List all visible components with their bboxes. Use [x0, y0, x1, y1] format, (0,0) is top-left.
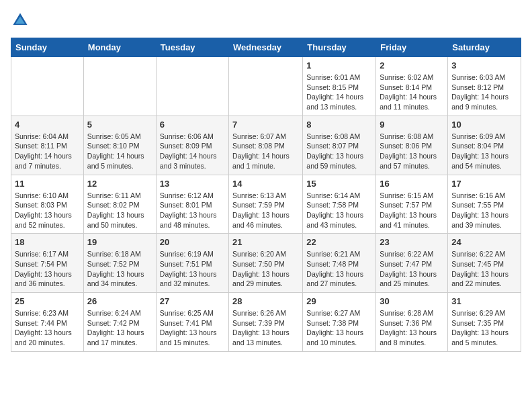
day-info: Sunrise: 6:05 AM Sunset: 8:10 PM Dayligh…	[87, 132, 152, 171]
day-number: 12	[87, 179, 152, 189]
day-number: 17	[451, 179, 517, 189]
calendar-cell: 4Sunrise: 6:04 AM Sunset: 8:11 PM Daylig…	[11, 116, 84, 175]
day-number: 20	[160, 237, 225, 247]
calendar-cell: 5Sunrise: 6:05 AM Sunset: 8:10 PM Daylig…	[83, 116, 156, 175]
calendar-cell: 25Sunrise: 6:23 AM Sunset: 7:44 PM Dayli…	[11, 293, 84, 352]
calendar-cell: 24Sunrise: 6:22 AM Sunset: 7:45 PM Dayli…	[448, 234, 521, 293]
calendar-header-tuesday: Tuesday	[156, 38, 228, 57]
day-number: 29	[306, 296, 372, 306]
day-number: 13	[160, 179, 225, 189]
day-info: Sunrise: 6:20 AM Sunset: 7:50 PM Dayligh…	[232, 249, 299, 289]
calendar-cell: 20Sunrise: 6:19 AM Sunset: 7:51 PM Dayli…	[156, 234, 228, 293]
day-number: 30	[380, 296, 444, 306]
calendar-header-friday: Friday	[376, 38, 448, 57]
calendar-cell: 21Sunrise: 6:20 AM Sunset: 7:50 PM Dayli…	[229, 234, 303, 293]
calendar-cell: 1Sunrise: 6:01 AM Sunset: 8:15 PM Daylig…	[303, 57, 376, 116]
day-info: Sunrise: 6:01 AM Sunset: 8:15 PM Dayligh…	[306, 73, 372, 112]
day-number: 22	[306, 237, 372, 247]
calendar-cell: 27Sunrise: 6:25 AM Sunset: 7:41 PM Dayli…	[156, 293, 228, 352]
day-number: 11	[15, 179, 80, 189]
day-info: Sunrise: 6:06 AM Sunset: 8:09 PM Dayligh…	[160, 132, 225, 171]
calendar-header-monday: Monday	[83, 38, 156, 57]
day-info: Sunrise: 6:22 AM Sunset: 7:45 PM Dayligh…	[451, 249, 517, 289]
day-info: Sunrise: 6:25 AM Sunset: 7:41 PM Dayligh…	[160, 308, 225, 348]
calendar-cell: 2Sunrise: 6:02 AM Sunset: 8:14 PM Daylig…	[376, 57, 448, 116]
day-info: Sunrise: 6:29 AM Sunset: 7:35 PM Dayligh…	[451, 308, 517, 348]
day-info: Sunrise: 6:07 AM Sunset: 8:08 PM Dayligh…	[232, 132, 299, 171]
day-number: 18	[15, 237, 80, 247]
calendar-cell: 14Sunrise: 6:13 AM Sunset: 7:59 PM Dayli…	[229, 175, 303, 234]
day-number: 26	[87, 296, 152, 306]
calendar-cell: 15Sunrise: 6:14 AM Sunset: 7:58 PM Dayli…	[303, 175, 376, 234]
calendar-cell: 31Sunrise: 6:29 AM Sunset: 7:35 PM Dayli…	[448, 293, 521, 352]
day-number: 25	[15, 296, 80, 306]
day-number: 15	[306, 179, 372, 189]
day-info: Sunrise: 6:09 AM Sunset: 8:04 PM Dayligh…	[451, 132, 517, 171]
logo-icon	[11, 11, 30, 30]
calendar-cell: 10Sunrise: 6:09 AM Sunset: 8:04 PM Dayli…	[448, 116, 521, 175]
day-info: Sunrise: 6:17 AM Sunset: 7:54 PM Dayligh…	[15, 249, 80, 289]
calendar-cell: 11Sunrise: 6:10 AM Sunset: 8:03 PM Dayli…	[11, 175, 84, 234]
day-info: Sunrise: 6:03 AM Sunset: 8:12 PM Dayligh…	[451, 73, 517, 112]
calendar-cell	[83, 57, 156, 116]
day-number: 1	[306, 60, 372, 71]
day-info: Sunrise: 6:04 AM Sunset: 8:11 PM Dayligh…	[15, 132, 80, 171]
calendar-week-row: 18Sunrise: 6:17 AM Sunset: 7:54 PM Dayli…	[11, 234, 521, 293]
calendar-cell: 19Sunrise: 6:18 AM Sunset: 7:52 PM Dayli…	[83, 234, 156, 293]
day-info: Sunrise: 6:10 AM Sunset: 8:03 PM Dayligh…	[15, 191, 80, 230]
day-number: 8	[306, 120, 372, 130]
day-info: Sunrise: 6:23 AM Sunset: 7:44 PM Dayligh…	[15, 308, 80, 348]
calendar-cell: 17Sunrise: 6:16 AM Sunset: 7:55 PM Dayli…	[448, 175, 521, 234]
day-info: Sunrise: 6:19 AM Sunset: 7:51 PM Dayligh…	[160, 249, 225, 289]
calendar-cell: 9Sunrise: 6:08 AM Sunset: 8:06 PM Daylig…	[376, 116, 448, 175]
calendar-week-row: 4Sunrise: 6:04 AM Sunset: 8:11 PM Daylig…	[11, 116, 521, 175]
calendar-cell: 22Sunrise: 6:21 AM Sunset: 7:48 PM Dayli…	[303, 234, 376, 293]
day-number: 4	[15, 120, 80, 130]
calendar-cell: 26Sunrise: 6:24 AM Sunset: 7:42 PM Dayli…	[83, 293, 156, 352]
day-info: Sunrise: 6:08 AM Sunset: 8:06 PM Dayligh…	[380, 132, 444, 171]
day-number: 16	[380, 179, 444, 189]
calendar-cell: 23Sunrise: 6:22 AM Sunset: 7:47 PM Dayli…	[376, 234, 448, 293]
calendar-cell	[156, 57, 228, 116]
day-info: Sunrise: 6:18 AM Sunset: 7:52 PM Dayligh…	[87, 249, 152, 289]
day-info: Sunrise: 6:21 AM Sunset: 7:48 PM Dayligh…	[306, 249, 372, 289]
day-number: 6	[160, 120, 225, 130]
day-number: 10	[451, 120, 517, 130]
day-number: 5	[87, 120, 152, 130]
calendar-header-saturday: Saturday	[448, 38, 521, 57]
day-number: 7	[232, 120, 299, 130]
calendar-cell	[11, 57, 84, 116]
day-number: 2	[380, 60, 444, 71]
calendar-cell: 7Sunrise: 6:07 AM Sunset: 8:08 PM Daylig…	[229, 116, 303, 175]
calendar-table: SundayMondayTuesdayWednesdayThursdayFrid…	[11, 38, 521, 352]
calendar-cell	[229, 57, 303, 116]
calendar-cell: 30Sunrise: 6:28 AM Sunset: 7:36 PM Dayli…	[376, 293, 448, 352]
day-number: 3	[451, 60, 517, 71]
day-number: 9	[380, 120, 444, 130]
calendar-header-sunday: Sunday	[11, 38, 84, 57]
day-info: Sunrise: 6:24 AM Sunset: 7:42 PM Dayligh…	[87, 308, 152, 348]
calendar-cell: 16Sunrise: 6:15 AM Sunset: 7:57 PM Dayli…	[376, 175, 448, 234]
day-info: Sunrise: 6:13 AM Sunset: 7:59 PM Dayligh…	[232, 191, 299, 230]
calendar-cell: 29Sunrise: 6:27 AM Sunset: 7:38 PM Dayli…	[303, 293, 376, 352]
day-number: 19	[87, 237, 152, 247]
calendar-cell: 28Sunrise: 6:26 AM Sunset: 7:39 PM Dayli…	[229, 293, 303, 352]
day-number: 21	[232, 237, 299, 247]
day-info: Sunrise: 6:26 AM Sunset: 7:39 PM Dayligh…	[232, 308, 299, 348]
day-info: Sunrise: 6:22 AM Sunset: 7:47 PM Dayligh…	[380, 249, 444, 289]
day-number: 31	[451, 296, 517, 306]
day-info: Sunrise: 6:14 AM Sunset: 7:58 PM Dayligh…	[306, 191, 372, 230]
day-info: Sunrise: 6:08 AM Sunset: 8:07 PM Dayligh…	[306, 132, 372, 171]
calendar-cell: 8Sunrise: 6:08 AM Sunset: 8:07 PM Daylig…	[303, 116, 376, 175]
day-info: Sunrise: 6:11 AM Sunset: 8:02 PM Dayligh…	[87, 191, 152, 230]
calendar-header-thursday: Thursday	[303, 38, 376, 57]
day-info: Sunrise: 6:16 AM Sunset: 7:55 PM Dayligh…	[451, 191, 517, 230]
day-info: Sunrise: 6:12 AM Sunset: 8:01 PM Dayligh…	[160, 191, 225, 230]
day-info: Sunrise: 6:27 AM Sunset: 7:38 PM Dayligh…	[306, 308, 372, 348]
day-number: 23	[380, 237, 444, 247]
calendar-cell: 18Sunrise: 6:17 AM Sunset: 7:54 PM Dayli…	[11, 234, 84, 293]
day-number: 14	[232, 179, 299, 189]
logo	[11, 11, 32, 30]
day-info: Sunrise: 6:02 AM Sunset: 8:14 PM Dayligh…	[380, 73, 444, 112]
day-info: Sunrise: 6:15 AM Sunset: 7:57 PM Dayligh…	[380, 191, 444, 230]
